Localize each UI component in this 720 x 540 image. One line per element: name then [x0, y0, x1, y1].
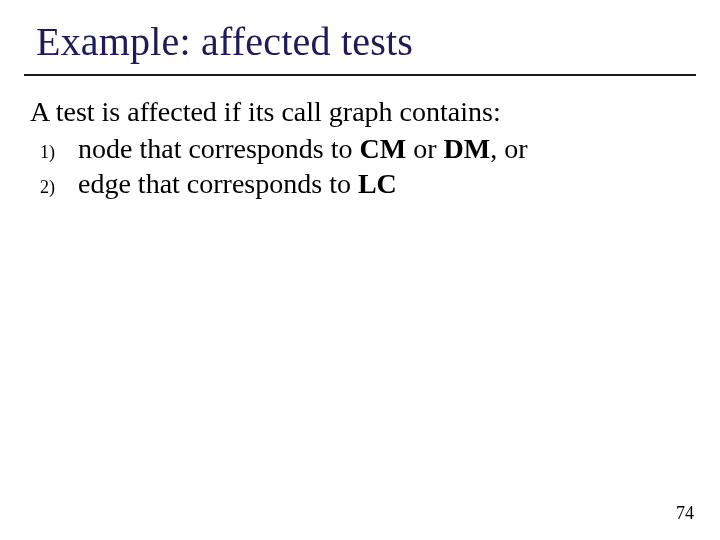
slide-title: Example: affected tests	[36, 18, 413, 65]
list-marker: 2)	[30, 176, 78, 199]
list-item-text: node that corresponds to CM or DM, or	[78, 131, 690, 166]
bold-term: CM	[360, 133, 407, 164]
slide-body: A test is affected if its call graph con…	[30, 94, 690, 201]
list-item: 1) node that corresponds to CM or DM, or	[30, 131, 690, 166]
list-marker: 1)	[30, 141, 78, 164]
text-run: edge that corresponds to	[78, 168, 358, 199]
list-item-text: edge that corresponds to LC	[78, 166, 690, 201]
slide: Example: affected tests A test is affect…	[0, 0, 720, 540]
list-item: 2) edge that corresponds to LC	[30, 166, 690, 201]
page-number: 74	[676, 503, 694, 524]
title-underline	[24, 74, 696, 76]
intro-text: A test is affected if its call graph con…	[30, 94, 690, 129]
bold-term: LC	[358, 168, 397, 199]
bold-term: DM	[443, 133, 490, 164]
text-run: , or	[490, 133, 527, 164]
text-run: node that corresponds to	[78, 133, 360, 164]
text-run: or	[406, 133, 443, 164]
